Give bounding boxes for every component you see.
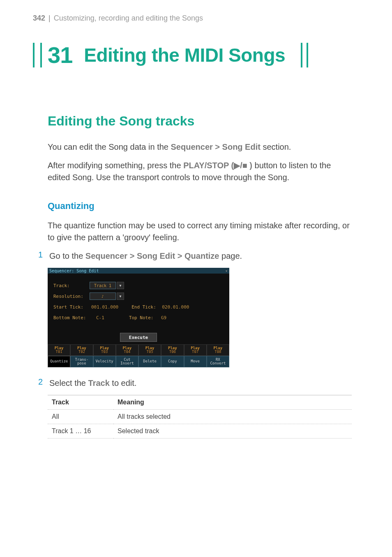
track-tab[interactable]: PlayT05 [138, 344, 161, 356]
track-id: T02 [78, 350, 85, 354]
page-header: 342| Customizing, recording and editing … [33, 14, 352, 23]
track-tab[interactable]: PlayT07 [184, 344, 207, 356]
decorative-bar [301, 43, 302, 67]
track-tab[interactable]: PlayT06 [161, 344, 184, 356]
top-note-value[interactable]: G9 [161, 315, 166, 320]
ui-path: Sequencer > Song Edit > Quantize [85, 251, 219, 260]
track-word: Track [88, 378, 110, 388]
chevron-down-icon[interactable]: ▼ [117, 282, 124, 289]
text: page. [219, 251, 242, 260]
track-label: Track: [53, 283, 90, 288]
table-header-meaning: Meaning [113, 395, 352, 410]
button-name: PLAY/STOP ( [183, 161, 234, 170]
chapter-heading: 31 Editing the MIDI Songs [33, 42, 352, 68]
text: to edit. [110, 378, 137, 388]
table-row: All All tracks selected [48, 410, 352, 424]
function-tab-velocity[interactable]: Velocity [93, 356, 116, 367]
chapter-number-block: 31 [33, 42, 72, 68]
track-id: T08 [214, 350, 221, 354]
resolution-value: ♪ [90, 292, 116, 300]
function-tab-quantize[interactable]: Quantize [48, 356, 70, 367]
step-1: 1 Go to the Sequencer > Song Edit > Quan… [33, 250, 352, 262]
page-number: 342 [33, 14, 45, 23]
step-2: 2 Select the Track to edit. [33, 377, 352, 389]
start-tick-label: Start Tick: [53, 304, 90, 310]
function-tab-delete[interactable]: Delete [138, 356, 161, 367]
chevron-down-icon[interactable]: ▼ [117, 292, 124, 300]
track-id: T04 [124, 350, 130, 354]
table-cell: All tracks selected [113, 410, 352, 424]
text: section. [261, 142, 291, 151]
step-number: 2 [33, 377, 43, 389]
section-heading: Editing the Song tracks [48, 114, 352, 129]
track-tab[interactable]: PlayT01 [48, 344, 70, 356]
track-id: T03 [101, 350, 108, 354]
step-text: Go to the Sequencer > Song Edit > Quanti… [49, 250, 352, 262]
execute-button[interactable]: Execute [120, 333, 157, 342]
step-text: Select the Track to edit. [49, 377, 352, 389]
table-row: Track 1 … 16 Selected track [48, 424, 352, 439]
track-id: T07 [192, 350, 198, 354]
chapter-number: 31 [48, 42, 72, 68]
intro-paragraph-2: After modifying something, press the PLA… [48, 160, 352, 183]
table-cell: All [48, 410, 113, 424]
track-tab[interactable]: PlayT03 [93, 344, 116, 356]
top-note-label: Top Note: [129, 315, 159, 320]
function-tab-transpose[interactable]: Trans- pose [70, 356, 93, 367]
function-tab-cutinsert[interactable]: Cut Insert [116, 356, 138, 367]
button-name-close: ) [247, 161, 252, 170]
start-tick-value[interactable]: 001.01.000 [91, 304, 118, 310]
track-tab[interactable]: PlayT08 [207, 344, 229, 356]
play-stop-icon: ▶/■ [234, 161, 247, 170]
table-header-track: Track [48, 395, 113, 410]
bottom-note-value[interactable]: C-1 [96, 315, 104, 320]
track-id: T06 [169, 350, 176, 354]
resolution-label: Resolution: [53, 294, 90, 299]
decorative-bar [307, 43, 308, 67]
screenshot-titlebar: Sequencer: Song Edit ▾ [48, 268, 229, 274]
text: You can edit the Song data in the [48, 142, 171, 151]
function-tab-move[interactable]: Move [184, 356, 207, 367]
track-id: T01 [55, 350, 62, 354]
text: Go to the [49, 251, 85, 260]
decorative-bar [33, 43, 35, 67]
table-cell: Selected track [113, 424, 352, 439]
intro-paragraph-1: You can edit the Song data in the Sequen… [48, 141, 352, 153]
resolution-dropdown[interactable]: ♪ ▼ [90, 292, 124, 300]
decorative-bars-right [301, 43, 310, 67]
header-section: Customizing, recording and editing the S… [54, 14, 203, 23]
quantize-paragraph: The quantize function may be used to cor… [48, 220, 352, 244]
bottom-note-label: Bottom Note: [53, 315, 95, 320]
track-meaning-table: Track Meaning All All tracks selected Tr… [48, 395, 352, 439]
track-tab[interactable]: PlayT02 [70, 344, 93, 356]
end-tick-label: End Tick: [131, 304, 160, 310]
text: Select the [49, 378, 88, 388]
track-value: Track 1 [90, 282, 116, 289]
track-dropdown[interactable]: Track 1 ▼ [90, 282, 124, 289]
decorative-bar [40, 43, 42, 67]
chapter-title: Editing the MIDI Songs [84, 44, 285, 66]
function-tabs-row: Quantize Trans- pose Velocity Cut Insert… [48, 356, 229, 367]
step-number: 1 [33, 250, 43, 262]
track-id: T05 [146, 350, 153, 354]
table-header-row: Track Meaning [48, 395, 352, 410]
subsection-heading: Quantizing [48, 201, 352, 211]
function-tab-copy[interactable]: Copy [161, 356, 184, 367]
end-tick-value[interactable]: 020.01.000 [162, 304, 189, 310]
header-divider: | [48, 14, 51, 23]
software-screenshot: Sequencer: Song Edit ▾ Track: Track 1 ▼ … [48, 268, 229, 367]
track-tab[interactable]: PlayT04 [116, 344, 138, 356]
screenshot-bottom-tabs: PlayT01 PlayT02 PlayT03 PlayT04 PlayT05 … [48, 344, 229, 367]
ui-path: Sequencer > Song Edit [171, 142, 261, 151]
text: After modifying something, press the [48, 161, 183, 170]
screenshot-title: Sequencer: Song Edit [49, 269, 99, 273]
table-cell: Track 1 … 16 [48, 424, 113, 439]
menu-dropdown-icon[interactable]: ▾ [225, 269, 228, 273]
track-tabs-row: PlayT01 PlayT02 PlayT03 PlayT04 PlayT05 … [48, 344, 229, 356]
function-tab-rxconvert[interactable]: RX Convert [207, 356, 229, 367]
